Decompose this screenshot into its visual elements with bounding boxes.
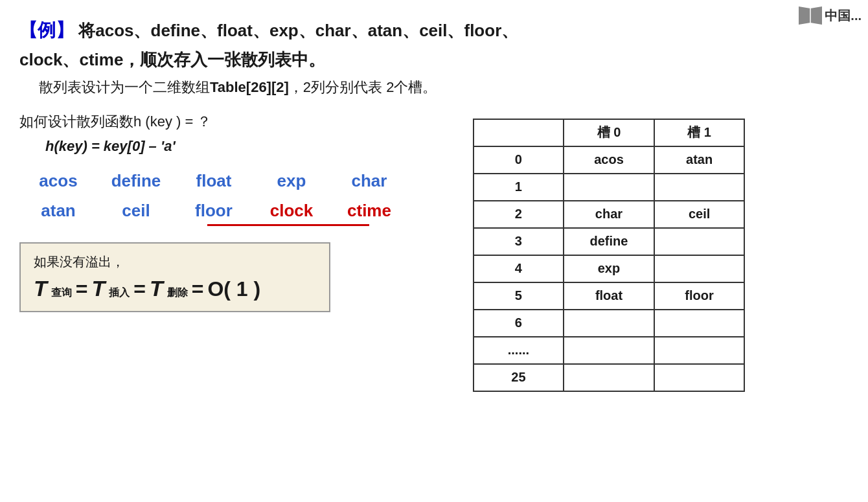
red-underline [207, 224, 369, 226]
cell-slot1-1 [654, 174, 744, 201]
table-header-row: 槽 0 槽 1 [474, 119, 744, 146]
cell-index-6: 6 [474, 310, 564, 337]
hash-question: 如何设计散列函数h (key ) = ？ [19, 112, 460, 131]
title-line3: 散列表设计为一个二维数组Table[26][2]，2列分别代表 2个槽。 [39, 76, 849, 98]
table-row: 2charceil [474, 201, 744, 228]
table-row: 25 [474, 364, 744, 391]
complexity: O( 1 ) [207, 277, 260, 301]
t-delete: T [150, 276, 163, 301]
header-slot0: 槽 0 [564, 119, 654, 146]
header-slot1: 槽 1 [654, 119, 744, 146]
keywords-row-1: acos define float exp char [19, 171, 460, 191]
table-row: 3define [474, 228, 744, 255]
main-content: 如何设计散列函数h (key ) = ？ h(key) = key[0] – '… [19, 112, 849, 392]
cell-slot1-4 [654, 255, 744, 282]
table-row: 6 [474, 310, 744, 337]
keyword-clock: clock [266, 201, 317, 221]
keyword-acos: acos [32, 171, 84, 191]
title-line3-suffix: ，2列分别代表 2个槽。 [289, 79, 437, 95]
cell-slot1-6 [654, 310, 744, 337]
logo-book-icon [799, 6, 822, 25]
logo-area: 中国... [799, 6, 862, 25]
eq2: = [133, 277, 146, 301]
keyword-ctime: ctime [343, 201, 395, 221]
example-bracket: 【例】 [19, 20, 74, 40]
keyword-exp: exp [266, 171, 317, 191]
title-line3-code: Table[26][2] [210, 79, 289, 95]
keyword-floor: floor [188, 201, 240, 221]
hash-formula: h(key) = key[0] – 'a' [45, 138, 460, 155]
keyword-define: define [110, 171, 162, 191]
table-row: 4exp [474, 255, 744, 282]
cell-index-8: 25 [474, 364, 564, 391]
underline-container [19, 224, 460, 226]
formula-box-math: T查询 = T插入 = T删除 = O( 1 ) [34, 276, 316, 301]
title-line2: clock、ctime，顺次存入一张散列表中。 [19, 47, 849, 74]
cell-slot0-3: define [564, 228, 654, 255]
sub-query: 查询 [51, 286, 72, 300]
cell-index-5: 5 [474, 282, 564, 310]
table-row: 5floatfloor [474, 282, 744, 310]
sub-delete: 删除 [167, 286, 188, 300]
cell-slot1-3 [654, 228, 744, 255]
title-line1-text: 将acos、define、float、exp、char、atan、ceil、fl… [78, 21, 518, 40]
t-query: T [34, 276, 47, 301]
keyword-float: float [188, 171, 240, 191]
right-panel: 槽 0 槽 1 0acosatan12charceil3define4exp5f… [473, 112, 745, 392]
title-line1: 【例】 将acos、define、float、exp、char、atan、cei… [19, 16, 849, 45]
cell-slot0-5: float [564, 282, 654, 310]
title-line2-text: clock、ctime，顺次存入一张散列表中。 [19, 50, 325, 69]
table-row: 1 [474, 174, 744, 201]
cell-slot0-4: exp [564, 255, 654, 282]
cell-slot1-5: floor [654, 282, 744, 310]
keyword-atan: atan [32, 201, 84, 221]
eq3: = [192, 277, 204, 301]
hash-table: 槽 0 槽 1 0acosatan12charceil3define4exp5f… [473, 119, 745, 392]
cell-slot1-8 [654, 364, 744, 391]
cell-slot1-2: ceil [654, 201, 744, 228]
cell-slot0-7 [564, 337, 654, 364]
logo-text: 中国... [825, 7, 862, 25]
cell-slot1-0: atan [654, 146, 744, 174]
formula-box-condition: 如果没有溢出， [34, 253, 316, 271]
keyword-char: char [343, 171, 395, 191]
formula-box: 如果没有溢出， T查询 = T插入 = T删除 = O( 1 ) [19, 242, 330, 312]
cell-slot0-1 [564, 174, 654, 201]
cell-slot0-2: char [564, 201, 654, 228]
cell-slot0-6 [564, 310, 654, 337]
eq1: = [76, 277, 88, 301]
cell-index-2: 2 [474, 201, 564, 228]
sub-insert: 插入 [109, 286, 130, 300]
cell-slot0-0: acos [564, 146, 654, 174]
title-block: 【例】 将acos、define、float、exp、char、atan、cei… [19, 16, 849, 99]
table-row: ...... [474, 337, 744, 364]
title-line3-prefix: 散列表设计为一个二维数组 [39, 79, 210, 95]
cell-index-1: 1 [474, 174, 564, 201]
header-index [474, 119, 564, 146]
keywords-row-2: atan ceil floor clock ctime [19, 201, 460, 221]
cell-slot1-7 [654, 337, 744, 364]
left-panel: 如何设计散列函数h (key ) = ？ h(key) = key[0] – '… [19, 112, 460, 392]
page-container: 中国... 【例】 将acos、define、float、exp、char、at… [0, 0, 868, 502]
cell-index-0: 0 [474, 146, 564, 174]
keyword-ceil: ceil [110, 201, 162, 221]
cell-index-7: ...... [474, 337, 564, 364]
keywords-grid: acos define float exp char atan ceil flo… [19, 171, 460, 226]
cell-slot0-8 [564, 364, 654, 391]
cell-index-4: 4 [474, 255, 564, 282]
table-row: 0acosatan [474, 146, 744, 174]
t-insert: T [91, 276, 105, 301]
cell-index-3: 3 [474, 228, 564, 255]
